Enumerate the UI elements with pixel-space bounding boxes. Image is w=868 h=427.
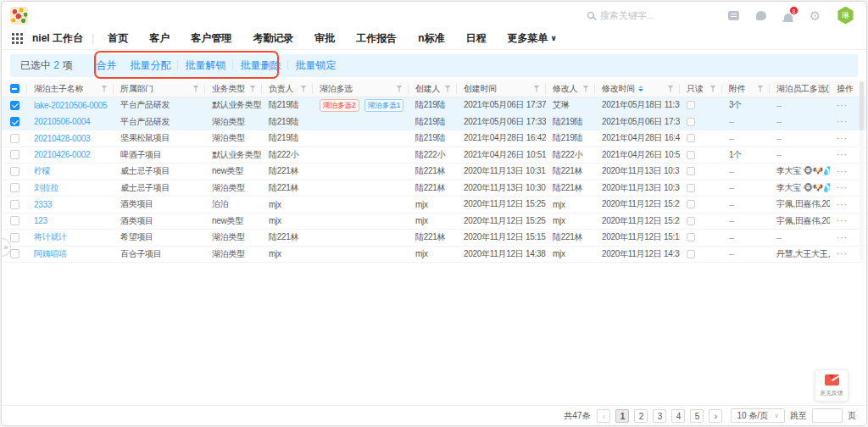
readonly-checkbox[interactable]	[687, 233, 695, 241]
row-actions-button[interactable]: ···	[837, 249, 848, 258]
column-header-readonly[interactable]: 只读	[680, 80, 722, 97]
table-row[interactable]: 柠檬威士忌子项目new类型陆221林陆221林2020年11月13日 10:31…	[2, 164, 866, 180]
table-row[interactable]: 将计就计希望项目湖泊类型陆221林陆221林2020年11月12日 15:15陆…	[2, 230, 866, 247]
record-link[interactable]: 123	[34, 216, 47, 225]
readonly-checkbox[interactable]	[687, 101, 695, 109]
record-link[interactable]: 阿姨嘻嘻	[34, 248, 67, 260]
table-row[interactable]: 2333酒类项目泊泊mjxmjx2020年11月12日 15:25mjx2020…	[2, 197, 866, 214]
row-actions-button[interactable]: ···	[837, 167, 848, 176]
page-button-5[interactable]: 5	[690, 409, 704, 423]
filter-icon[interactable]	[667, 86, 674, 92]
filter-icon[interactable]	[192, 86, 199, 92]
readonly-checkbox[interactable]	[687, 118, 695, 126]
readonly-checkbox[interactable]	[687, 200, 695, 208]
column-header-multi[interactable]: 湖泊多选	[313, 80, 409, 97]
row-checkbox[interactable]	[10, 150, 19, 159]
nav-item-6[interactable]: 工作报告	[356, 32, 397, 44]
row-checkbox[interactable]	[10, 117, 19, 126]
readonly-checkbox[interactable]	[687, 184, 695, 192]
select-all-checkbox[interactable]	[10, 84, 19, 93]
column-header-creator[interactable]: 创建人	[409, 80, 457, 97]
batch-action-4[interactable]: 批量锁定	[295, 59, 336, 71]
table-row[interactable]: 123酒类项目new类型mjxmjx2020年11月12日 15:25mjx20…	[2, 214, 866, 230]
vertical-scrollbar[interactable]	[860, 81, 864, 261]
app-logo-icon[interactable]	[10, 7, 28, 25]
nav-item-7[interactable]: n标准	[418, 32, 444, 44]
row-checkbox[interactable]	[10, 200, 19, 209]
filter-icon[interactable]	[582, 86, 589, 92]
row-checkbox[interactable]	[10, 233, 19, 242]
table-row[interactable]: 刘拉拉威士忌子项目湖泊类型陆221林陆221林2020年11月13日 10:30…	[2, 180, 866, 197]
global-search-input[interactable]: 搜索关键字...	[587, 9, 654, 22]
column-header-created[interactable]: 创建时间	[457, 80, 546, 97]
table-row[interactable]: lake-20210506-0005平台产品研发默认业务类型陆219陆湖泊多选2…	[2, 97, 866, 114]
nav-item-5[interactable]: 审批	[314, 32, 335, 44]
column-header-owner[interactable]: 负责人	[262, 80, 313, 97]
readonly-checkbox[interactable]	[687, 151, 695, 159]
workbench-icon[interactable]	[727, 9, 740, 22]
column-header-employees[interactable]: 湖泊员工多选(无需	[770, 80, 830, 97]
prev-page-button[interactable]: ‹	[597, 409, 610, 423]
notification-bell-icon[interactable]: 8	[782, 9, 794, 22]
merge-button[interactable]: 合并	[96, 58, 116, 73]
nav-item-4[interactable]: 考勤记录	[253, 32, 293, 44]
nav-item-2[interactable]: 客户	[149, 32, 170, 44]
column-header-modified[interactable]: 修改时间	[595, 80, 680, 97]
column-header-name[interactable]: 湖泊主子名称	[27, 80, 114, 97]
record-link[interactable]: 20210506-0004	[34, 117, 90, 126]
feedback-button[interactable]: 意见反馈	[815, 369, 849, 402]
row-checkbox[interactable]	[10, 249, 19, 258]
record-link[interactable]: lake-20210506-0005	[34, 101, 107, 110]
page-size-select[interactable]: 10 条/页 ∨	[731, 408, 785, 423]
nav-more-menu[interactable]: 更多菜单 ∨	[507, 31, 556, 46]
filter-icon[interactable]	[709, 86, 716, 92]
workspace-title[interactable]: niel 工作台	[32, 31, 83, 46]
column-header-attach[interactable]: 附件	[722, 80, 770, 97]
nav-item-1[interactable]: 首页	[108, 32, 128, 44]
row-actions-button[interactable]: ···	[837, 150, 848, 159]
row-checkbox[interactable]	[10, 101, 19, 110]
column-header-action[interactable]: 操作	[830, 80, 861, 97]
readonly-checkbox[interactable]	[687, 250, 695, 258]
apps-grid-icon[interactable]	[12, 33, 23, 44]
record-link[interactable]: 刘拉拉	[34, 182, 58, 194]
page-button-3[interactable]: 3	[653, 409, 666, 423]
record-link[interactable]: 20210426-0002	[34, 150, 90, 159]
page-button-1[interactable]: 1	[615, 409, 629, 423]
scrollbar-thumb[interactable]	[860, 81, 864, 130]
column-header-modifier[interactable]: 修改人	[546, 80, 595, 97]
filter-icon[interactable]	[101, 86, 108, 92]
message-icon[interactable]	[754, 9, 767, 22]
table-row[interactable]: 20210426-0002啤酒子项目默认业务类型陆222小陆222小2021年0…	[2, 147, 866, 164]
filter-icon[interactable]	[533, 86, 540, 92]
table-row[interactable]: 20210428-0003坚果松鼠项目湖泊类型陆219陆陆219陆2021年04…	[2, 130, 866, 147]
row-actions-button[interactable]: ···	[837, 117, 848, 126]
record-link[interactable]: 2333	[34, 200, 52, 209]
page-button-4[interactable]: 4	[671, 409, 685, 423]
column-header-type[interactable]: 业务类型	[205, 80, 262, 97]
row-checkbox[interactable]	[10, 134, 19, 143]
record-link[interactable]: 柠檬	[34, 165, 50, 177]
readonly-checkbox[interactable]	[687, 167, 695, 175]
filter-icon[interactable]	[757, 86, 764, 92]
row-actions-button[interactable]: ···	[837, 183, 848, 192]
column-header-dept[interactable]: 所属部门	[114, 80, 205, 97]
row-checkbox[interactable]	[10, 183, 19, 192]
next-page-button[interactable]: ›	[709, 409, 722, 423]
batch-action-1[interactable]: 批量分配	[130, 59, 170, 71]
row-checkbox[interactable]	[10, 216, 19, 225]
filter-icon[interactable]	[249, 86, 256, 92]
filter-icon[interactable]	[396, 86, 403, 92]
table-row[interactable]: 20210506-0004平台产品研发湖泊类型陆219陆陆219陆2021年05…	[2, 114, 866, 131]
record-link[interactable]: 将计就计	[34, 231, 67, 243]
nav-item-8[interactable]: 日程	[465, 32, 486, 44]
filter-icon[interactable]	[300, 86, 307, 92]
row-checkbox[interactable]	[10, 167, 19, 176]
page-button-2[interactable]: 2	[634, 409, 648, 423]
sort-icon[interactable]	[638, 86, 643, 92]
table-row[interactable]: 阿姨嘻嘻百合子项目湖泊类型mjxmjx2020年11月12日 14:38mjx2…	[2, 247, 866, 263]
filter-icon[interactable]	[444, 86, 451, 92]
row-actions-button[interactable]: ···	[837, 134, 848, 143]
readonly-checkbox[interactable]	[687, 134, 695, 142]
record-link[interactable]: 20210428-0003	[34, 134, 90, 143]
